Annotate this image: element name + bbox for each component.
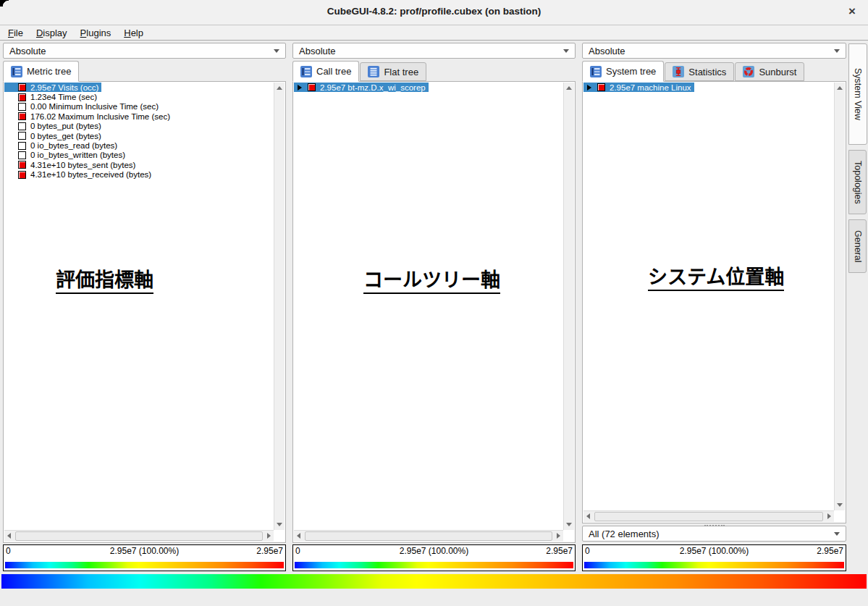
scroll-left-icon[interactable] bbox=[7, 533, 11, 539]
severity-box-icon bbox=[18, 83, 26, 91]
splitter-handle[interactable] bbox=[704, 525, 725, 526]
tree-row[interactable]: 0 io_bytes_written (bytes) bbox=[4, 151, 274, 160]
tree-row[interactable]: 2.95e7 Visits (occ) bbox=[4, 83, 274, 92]
tree-row[interactable]: 1.23e4 Time (sec) bbox=[4, 92, 274, 101]
tree-row[interactable]: 4.31e+10 bytes_received (bytes) bbox=[4, 170, 274, 180]
tree-row[interactable]: 0 io_bytes_read (bytes) bbox=[4, 140, 274, 150]
metric-value-mode-label: Absolute bbox=[9, 46, 46, 56]
scroll-right-icon[interactable] bbox=[267, 533, 271, 539]
expand-arrow-icon[interactable] bbox=[294, 85, 308, 91]
tree-row[interactable]: 176.02 Maximum Inclusive Time (sec) bbox=[4, 111, 274, 121]
tab-flat-tree[interactable]: Flat tree bbox=[360, 62, 426, 81]
scroll-right-icon[interactable] bbox=[827, 513, 831, 519]
chevron-down-icon bbox=[563, 49, 569, 53]
severity-box-icon bbox=[597, 83, 605, 91]
tree-row[interactable]: 0 bytes_get (bytes) bbox=[4, 131, 274, 140]
severity-box-icon bbox=[18, 161, 26, 169]
severity-box-icon bbox=[18, 142, 26, 150]
scale-selected-value: 2.95e7 (100.00%) bbox=[293, 546, 575, 556]
scroll-up-icon[interactable] bbox=[277, 86, 282, 90]
tree-row-label: 0 io_bytes_read (bytes) bbox=[30, 141, 117, 150]
tab-system-tree[interactable]: System tree bbox=[582, 61, 664, 82]
menu-help[interactable]: Help bbox=[117, 26, 150, 40]
close-window-button[interactable]: × bbox=[845, 4, 859, 19]
tab-call-tree[interactable]: Call tree bbox=[292, 61, 359, 82]
scrollbar-thumb[interactable] bbox=[305, 531, 552, 541]
window-title: CubeGUI-4.8.2: prof/profile.cubex (on ba… bbox=[0, 6, 868, 17]
scroll-down-icon[interactable] bbox=[837, 503, 843, 507]
system-panel: Absolute System tree Statistics Sunburst… bbox=[582, 43, 846, 571]
severity-box-icon bbox=[18, 93, 26, 101]
scroll-right-icon[interactable] bbox=[557, 533, 560, 539]
vertical-scrollbar[interactable] bbox=[563, 83, 574, 530]
window-corner bbox=[0, 0, 9, 7]
flat-list-icon bbox=[368, 66, 379, 77]
tree-row[interactable]: 0.00 Minimum Inclusive Time (sec) bbox=[4, 102, 274, 111]
tree-icon bbox=[11, 66, 22, 77]
tree-row-label: 0 bytes_get (bytes) bbox=[30, 132, 101, 140]
color-gradient-strip bbox=[5, 562, 284, 568]
scroll-up-icon[interactable] bbox=[566, 86, 572, 90]
tree-row[interactable]: 2.95e7 machine Linux bbox=[583, 83, 834, 92]
scroll-down-icon[interactable] bbox=[277, 523, 282, 526]
side-tab-topologies[interactable]: Topologies bbox=[848, 150, 867, 214]
chevron-down-icon bbox=[274, 49, 279, 53]
tree-row-label: 2.95e7 bt-mz.D.x_wi_scorep bbox=[320, 83, 426, 92]
severity-box-icon bbox=[18, 132, 26, 140]
menu-plugins[interactable]: Plugins bbox=[74, 26, 118, 40]
scrollbar-thumb[interactable] bbox=[15, 531, 263, 541]
menu-file[interactable]: File bbox=[1, 26, 30, 40]
tab-metric-tree-label: Metric tree bbox=[27, 66, 71, 77]
boxplot-icon bbox=[673, 66, 684, 77]
scale-labels: 0 2.95e7 (100.00%) 2.95e7 bbox=[293, 546, 575, 557]
tree-row[interactable]: 2.95e7 bt-mz.D.x_wi_scorep bbox=[294, 83, 563, 92]
vertical-scrollbar[interactable] bbox=[274, 83, 285, 530]
severity-box-icon bbox=[18, 171, 26, 179]
horizontal-scrollbar[interactable] bbox=[4, 530, 274, 542]
tree-row[interactable]: 0 bytes_put (bytes) bbox=[4, 122, 274, 131]
system-tree-rows: 2.95e7 machine Linux bbox=[583, 83, 834, 92]
metric-value-mode-combobox[interactable]: Absolute bbox=[3, 43, 286, 59]
global-color-legend bbox=[1, 574, 867, 589]
menu-bar: File Display Plugins Help bbox=[0, 25, 868, 41]
menu-display[interactable]: Display bbox=[30, 26, 74, 40]
side-tab-system-view[interactable]: System View bbox=[848, 43, 867, 145]
tab-statistics[interactable]: Statistics bbox=[665, 62, 734, 81]
tab-metric-tree[interactable]: Metric tree bbox=[3, 61, 79, 82]
tree-icon bbox=[590, 66, 602, 77]
system-filter-label: All (72 elements) bbox=[589, 529, 660, 539]
tree-row-label: 0 io_bytes_written (bytes) bbox=[30, 151, 125, 159]
tree-row-label: 4.31e+10 bytes_sent (bytes) bbox=[30, 161, 135, 169]
annotation-system-axis: システム位置軸 bbox=[648, 267, 784, 291]
tab-system-tree-label: System tree bbox=[606, 66, 656, 77]
metric-panel: Absolute Metric tree 2.95e7 Visits (occ)… bbox=[3, 43, 286, 571]
vertical-scrollbar[interactable] bbox=[834, 83, 845, 510]
color-gradient-strip bbox=[295, 562, 573, 568]
scroll-left-icon[interactable] bbox=[297, 533, 300, 539]
tab-flat-tree-label: Flat tree bbox=[384, 67, 418, 77]
horizontal-scrollbar[interactable] bbox=[294, 530, 563, 542]
chevron-down-icon bbox=[834, 49, 840, 53]
horizontal-scrollbar[interactable] bbox=[583, 510, 834, 522]
scale-selected-value: 2.95e7 (100.00%) bbox=[4, 546, 285, 556]
side-tab-general[interactable]: General bbox=[848, 219, 867, 273]
annotation-metric-axis: 評価指標軸 bbox=[56, 270, 153, 294]
metric-tree-view: 2.95e7 Visits (occ) 1.23e4 Time (sec) 0.… bbox=[3, 81, 286, 543]
call-tree-rows: 2.95e7 bt-mz.D.x_wi_scorep bbox=[294, 83, 563, 92]
scroll-down-icon[interactable] bbox=[566, 523, 572, 526]
tab-statistics-label: Statistics bbox=[688, 67, 726, 77]
system-value-mode-combobox[interactable]: Absolute bbox=[582, 43, 846, 59]
tree-row[interactable]: 4.31e+10 bytes_sent (bytes) bbox=[4, 160, 274, 169]
expand-arrow-icon[interactable] bbox=[583, 85, 597, 91]
tab-sunburst[interactable]: Sunburst bbox=[735, 62, 804, 81]
scale-selected-value: 2.95e7 (100.00%) bbox=[583, 546, 846, 556]
system-filter-combobox[interactable]: All (72 elements) bbox=[582, 526, 846, 542]
call-value-mode-combobox[interactable]: Absolute bbox=[292, 43, 576, 59]
tree-row-label: 2.95e7 machine Linux bbox=[610, 83, 691, 92]
scale-max: 2.95e7 bbox=[817, 546, 843, 556]
scrollbar-thumb[interactable] bbox=[594, 512, 823, 521]
scroll-up-icon[interactable] bbox=[837, 86, 843, 90]
side-tab-strip: System View Topologies General bbox=[848, 43, 867, 273]
metric-color-scale: 0 2.95e7 (100.00%) 2.95e7 bbox=[3, 544, 286, 571]
scroll-left-icon[interactable] bbox=[586, 513, 590, 519]
